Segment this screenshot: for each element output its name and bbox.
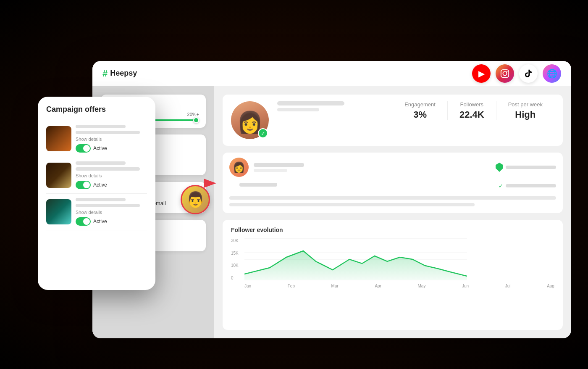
- influencer-list: 👩 ✓: [223, 153, 563, 213]
- toggle-label-1: Active: [93, 145, 107, 151]
- inf-name-bar-1: [254, 163, 304, 167]
- desktop-card: # Heepsy ▶ 🌐: [92, 61, 571, 338]
- profile-pic-wrap: 👩 ✓: [231, 101, 269, 139]
- slider-thumb[interactable]: [193, 117, 199, 123]
- profile-sub-bar: [277, 108, 319, 111]
- content-bars: [229, 195, 556, 208]
- campaign-bar-1b: [76, 131, 140, 134]
- verified-badge: ✓: [258, 128, 268, 138]
- inf-info-2: [239, 183, 496, 189]
- chart-svg: [244, 238, 467, 280]
- content-area: Engagement % i 0% 20%+ Gender i: [92, 86, 571, 338]
- influencer-profile-card: 👩 ✓ Engagement 3% Followers: [223, 95, 563, 146]
- campaign-bar-2b: [76, 167, 140, 171]
- checkmark-icon: ✓: [499, 183, 503, 189]
- arrow-indicator: [204, 179, 216, 190]
- campaign-item-2: Show details Active: [46, 157, 147, 194]
- check-content-bar: [506, 184, 556, 187]
- mobile-campaign-card: Campaign offers Show details Active Show…: [38, 97, 155, 290]
- campaign-label-2: Show details: [76, 173, 147, 178]
- shield-icon-1: [496, 163, 503, 172]
- profile-info: [277, 101, 384, 111]
- toggle-row-1: Active: [76, 144, 147, 153]
- x-axis-labels: Jan Feb Mar Apr May Jun Jul Aug: [244, 284, 554, 288]
- chart-area: 30K 15K 10K 0: [231, 238, 554, 289]
- campaign-thumb-3: [46, 199, 71, 224]
- toggle-label-3: Active: [93, 219, 107, 224]
- toggle-2[interactable]: [76, 181, 91, 189]
- logo-hash-icon: #: [102, 68, 108, 79]
- campaign-title: Campaign offers: [46, 105, 147, 114]
- campaign-item-1: Show details Active: [46, 121, 147, 157]
- toggle-3[interactable]: [76, 217, 91, 226]
- inf-shields-1: [496, 163, 556, 172]
- nav-bar: # Heepsy ▶ 🌐: [92, 61, 571, 86]
- y-axis-labels: 30K 15K 10K 0: [231, 238, 239, 280]
- campaign-bar-1a: [76, 125, 126, 128]
- inf-sub-bar-1: [254, 169, 287, 172]
- engagement-stat-value: 3%: [404, 109, 436, 120]
- inf-avatar-1: 👩: [229, 158, 249, 177]
- tiktok-button[interactable]: [519, 64, 538, 83]
- svg-marker-7: [204, 179, 216, 188]
- content-bar-long: [229, 196, 556, 200]
- campaign-label-1: Show details: [76, 137, 147, 142]
- post-per-week-stat: Post per week High: [496, 101, 554, 120]
- campaign-info-1: Show details Active: [76, 125, 147, 153]
- followers-stat-value: 22.4K: [459, 109, 484, 120]
- post-per-week-label: Post per week: [508, 101, 543, 108]
- engagement-stat: Engagement 3%: [393, 101, 448, 120]
- user-avatar[interactable]: 🌐: [543, 64, 561, 83]
- followers-stat-label: Followers: [459, 101, 484, 108]
- campaign-bar-2a: [76, 161, 126, 165]
- campaign-bar-3b: [76, 204, 140, 207]
- floating-influencer-wrap: 👨: [181, 185, 210, 214]
- youtube-button[interactable]: ▶: [472, 64, 491, 83]
- toggle-row-2: Active: [76, 181, 147, 189]
- campaign-item-3: Show derails Active: [46, 194, 147, 230]
- campaign-label-3: Show derails: [76, 210, 147, 215]
- chart-svg-wrap: [244, 238, 554, 282]
- svg-point-1: [503, 71, 507, 75]
- chart-title: Follower evolution: [231, 227, 554, 233]
- logo-text: Heepsy: [110, 69, 137, 78]
- svg-point-2: [507, 71, 508, 72]
- stats-section: Engagement 3% Followers 22.4K Post per w…: [393, 101, 554, 120]
- campaign-info-3: Show derails Active: [76, 198, 147, 226]
- inf-avatar-placeholder-2: [229, 182, 237, 190]
- svg-rect-0: [501, 69, 509, 77]
- inf-name-bar-2: [239, 183, 277, 187]
- nav-right: ▶ 🌐: [472, 64, 561, 83]
- followers-stat: Followers 22.4K: [448, 101, 496, 120]
- campaign-info-2: Show details Active: [76, 161, 147, 189]
- influencer-list-item-2: ✓: [229, 182, 556, 190]
- follower-evolution-chart: Follower evolution 30K 15K 10K 0: [223, 220, 563, 330]
- instagram-button[interactable]: [496, 64, 514, 83]
- engagement-stat-label: Engagement: [404, 101, 436, 108]
- campaign-thumb-2: [46, 163, 71, 188]
- campaign-bar-3a: [76, 198, 126, 201]
- toggle-label-2: Active: [93, 182, 107, 188]
- inf-info-1: [254, 163, 491, 172]
- campaign-thumb-1: [46, 126, 71, 151]
- toggle-1[interactable]: [76, 144, 91, 153]
- chart-area-fill: [244, 251, 467, 280]
- content-bar-medium: [229, 203, 475, 206]
- profile-name-bar: [277, 101, 344, 105]
- man-face-icon: 👨: [186, 191, 205, 208]
- post-per-week-value: High: [508, 109, 543, 120]
- logo: # Heepsy: [102, 68, 137, 79]
- content-bar-1: [506, 166, 556, 169]
- influencer-list-item: 👩: [229, 158, 556, 177]
- toggle-row-3: Active: [76, 217, 147, 226]
- main-content: 👩 ✓ Engagement 3% Followers: [214, 86, 571, 338]
